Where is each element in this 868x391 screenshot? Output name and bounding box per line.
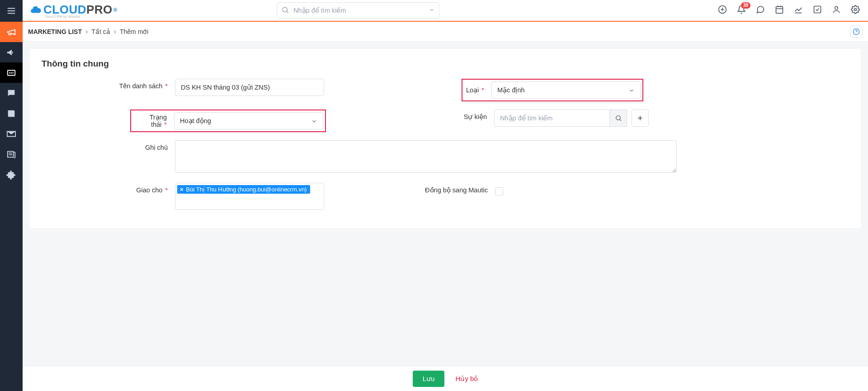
form-card: Thông tin chung Tên danh sách* Loại* Mặc… [30,49,861,228]
assigned-tagbox[interactable]: × Bùi Thị Thu Hường (huong.bui@onlinecrm… [175,183,324,210]
sync-checkbox[interactable] [495,187,503,196]
topbar: CLOUDPRO® Good CRM by Industry 39 [23,0,868,22]
logo[interactable]: CLOUDPRO® Good CRM by Industry [28,2,118,19]
help-button[interactable] [850,25,863,38]
chart-icon[interactable] [794,5,803,16]
row-type: Loại* Mặc định [463,79,849,101]
svg-point-4 [9,72,10,73]
breadcrumb: MARKETING LIST › Tất cả › Thêm mới [23,22,868,42]
sidebar-item-news[interactable] [0,144,23,164]
sidebar-item-announce[interactable] [0,42,23,62]
svg-line-11 [287,11,288,13]
sidebar-item-list[interactable] [0,62,23,83]
row-note: Ghi chú [42,140,849,175]
breadcrumb-level1[interactable]: Tất cả [91,28,110,35]
type-select[interactable]: Mặc định [491,81,641,99]
chevron-down-icon[interactable] [429,7,435,15]
menu-toggle[interactable] [0,0,23,22]
breadcrumb-level2: Thêm mới [120,28,148,35]
bell-icon[interactable]: 39 [737,5,746,16]
chevron-right-icon: › [114,28,116,36]
gear-icon[interactable] [851,5,860,16]
label-name: Tên danh sách [119,82,162,90]
note-textarea[interactable] [175,140,677,173]
logo-text-2: PRO [86,3,113,17]
chevron-down-icon [628,87,635,95]
svg-point-6 [12,72,14,73]
row-event: Sự kiện [463,110,849,132]
logo-reg: ® [113,7,118,13]
assigned-tag: × Bùi Thị Thu Hường (huong.bui@onlinecrm… [177,185,310,194]
svg-point-10 [283,7,288,12]
status-select[interactable]: Hoạt động [174,112,323,129]
add-icon[interactable] [718,5,727,16]
svg-rect-15 [776,6,783,13]
section-title: Thông tin chung [42,59,849,69]
required-mark: * [481,86,484,94]
status-value: Hoạt động [180,117,211,124]
event-search-button[interactable] [610,110,627,127]
label-sync: Đồng bộ sang Mautic [425,186,488,194]
svg-line-26 [620,119,621,121]
chevron-right-icon: › [85,28,88,36]
required-mark: * [165,82,168,90]
sidebar [0,0,23,391]
breadcrumb-root[interactable]: MARKETING LIST [28,28,82,35]
cloud-icon [28,4,43,16]
content: Thông tin chung Tên danh sách* Loại* Mặc… [23,42,868,391]
svg-point-25 [616,116,620,120]
row-assigned: Giao cho* × Bùi Thị Thu Hường (huong.bui… [42,183,427,210]
type-value: Mặc định [497,86,525,94]
svg-point-5 [11,72,12,73]
sidebar-item-chat[interactable] [0,83,23,103]
cancel-button[interactable]: Hủy bỏ [455,375,478,383]
svg-rect-20 [814,6,821,13]
event-add-button[interactable] [632,110,649,127]
sidebar-item-book[interactable] [0,103,23,124]
required-mark: * [165,186,168,194]
user-icon[interactable] [832,5,841,16]
name-input[interactable] [175,79,324,96]
calendar-icon[interactable] [775,5,784,16]
task-icon[interactable] [813,5,822,16]
required-mark: * [164,121,167,128]
label-note: Ghi chú [145,144,168,151]
row-sync: Đồng bộ sang Mautic [423,183,849,210]
footer: Lưu Hủy bỏ [23,366,868,391]
global-search-input[interactable] [277,2,439,19]
top-actions: 39 [718,5,863,16]
sidebar-item-plugin[interactable] [0,164,23,185]
search-icon [281,6,289,16]
save-button[interactable]: Lưu [413,371,445,387]
svg-point-21 [835,6,838,10]
sidebar-item-campaign[interactable] [0,22,23,42]
sidebar-item-mail[interactable] [0,124,23,144]
event-search-input[interactable] [494,110,610,127]
row-status: Trạng thái* Hoạt động [132,110,427,132]
chevron-down-icon [311,118,317,126]
label-assigned: Giao cho [136,186,162,194]
notification-badge: 39 [741,2,750,9]
assigned-tag-text: Bùi Thị Thu Hường (huong.bui@onlinecrm.v… [186,186,307,193]
svg-point-22 [854,9,857,11]
comment-icon[interactable] [756,5,765,16]
global-search [277,2,439,19]
tag-remove-icon[interactable]: × [180,186,184,193]
row-name: Tên danh sách* [42,79,427,101]
label-event: Sự kiện [464,113,487,120]
label-type: Loại [466,86,479,94]
